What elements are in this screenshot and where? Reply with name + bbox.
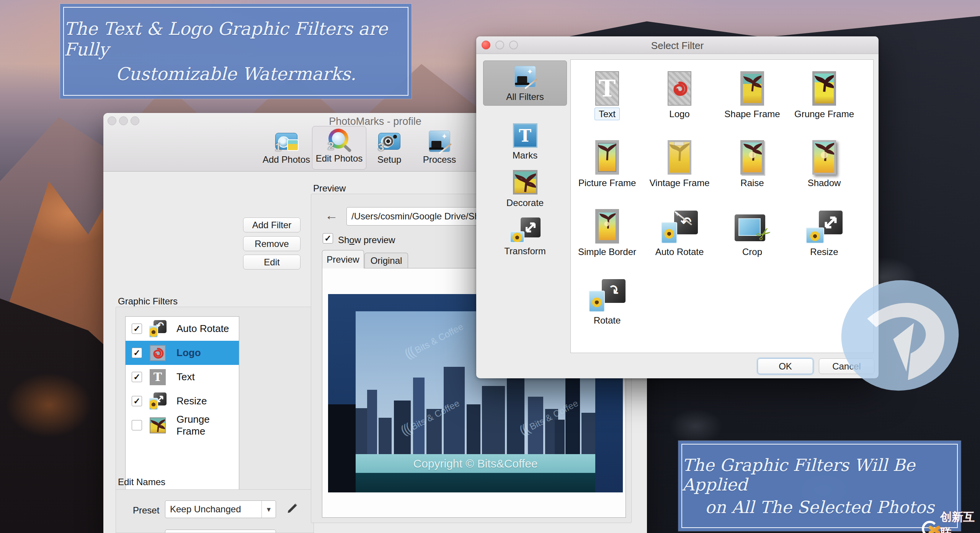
filter-cell-text[interactable]: T Text [573,66,642,123]
filter-cell-picture-frame[interactable]: Picture Frame [573,135,642,192]
filter-cell-shape-frame[interactable]: Shape Frame [718,66,787,123]
edit-names-label: Edit Names [118,477,165,487]
desktop: The Text & Logo Graphic Filters are Full… [0,0,980,533]
caption-line: on All The Selected Photos [705,497,934,517]
checkbox-checked[interactable]: ✓ [132,324,142,334]
toolbar-edit-photos[interactable]: 2 Edit Photos [312,126,366,170]
picture-frame-icon [573,135,642,175]
back-arrow-button[interactable]: ← [325,208,338,223]
grunge-frame-icon [149,417,167,434]
checkbox-unchecked[interactable] [132,420,142,430]
toolbar-process[interactable]: ✦ Process [413,128,466,165]
sidebar-item-transform[interactable]: Transform [483,217,567,257]
checkbox-checked[interactable]: ✓ [132,348,142,358]
remove-button[interactable]: Remove [243,236,301,251]
caption-line: The Graphic Filters Will Be Applied [682,455,957,494]
filter-row-auto-rotate[interactable]: ✓ Auto Rotate [126,317,239,341]
checkbox-checked[interactable]: ✓ [132,372,142,382]
toolbar-setup[interactable]: 3 Setup [363,128,416,165]
resize-filter-icon [790,204,859,244]
logo-icon [149,344,167,362]
site-watermark: 创新互联 CHUANG XIN HU LIAN [922,509,980,533]
vintage-frame-icon [645,135,714,175]
all-filters-icon: ✦ [513,64,538,89]
filter-row-text[interactable]: ✓ T Text [126,365,239,389]
setup-icon: 3 [377,129,402,154]
filter-cell-resize[interactable]: Resize [790,204,859,261]
filter-grid: T Text Logo Shape Frame [570,59,874,353]
sidebar-item-all-filters[interactable]: ✦ All Filters [483,60,567,106]
watermark: (((Bits & Coffee [402,318,466,361]
checkbox-checked[interactable]: ✓ [132,396,142,406]
crop-icon [718,204,787,244]
filter-cell-logo[interactable]: Logo [645,66,714,123]
filter-cell-grunge-frame[interactable]: Grunge Frame [790,66,859,123]
transform-icon [510,217,541,243]
sidebar-item-decorate[interactable]: Decorate [483,170,567,208]
filter-cell-simple-border[interactable]: Simple Border [573,204,642,261]
tab-preview[interactable]: Preview [322,250,364,268]
graphic-filters-label: Graphic Filters [118,296,178,307]
add-filter-button[interactable]: Add Filter [243,217,301,232]
text-filter-icon: T [573,66,642,106]
show-preview-label: Show preview [338,235,395,245]
resize-icon [149,392,167,410]
filter-cell-vintage-frame[interactable]: Vintage Frame [645,135,714,192]
filter-cell-rotate[interactable]: Rotate [573,272,642,330]
text-icon: T [149,368,167,386]
preview-label: Preview [313,183,346,194]
filter-cell-crop[interactable]: Crop [718,204,787,261]
show-preview-checkbox[interactable]: ✓ [323,233,333,244]
preset-label: Preset [133,505,159,516]
cx-logo-icon [922,520,936,533]
edit-button[interactable]: Edit [243,255,301,270]
caption-line: Customizable Watermarks. [116,64,356,84]
toolbar-add-photos[interactable]: 1 Add Photos [260,128,313,165]
decorate-icon [513,170,537,195]
photomarks-logo-watermark [825,264,975,407]
dropdown-arrow-icon: ▾ [261,501,276,518]
ok-button[interactable]: OK [758,358,813,374]
filter-cell-raise[interactable]: Raise [718,135,787,192]
marks-icon: T [513,123,537,148]
rotate-icon [573,272,642,312]
auto-rotate-icon [149,320,167,338]
filter-row-resize[interactable]: ✓ Resize [126,389,239,413]
partial-field[interactable] [165,530,276,533]
edit-photos-icon: 2 [327,128,351,152]
filter-row-grunge-frame[interactable]: Grunge Frame [126,413,239,437]
grunge-frame-icon [790,66,859,106]
caption-line: The Text & Logo Graphic Filters are Full… [64,18,408,60]
sidebar-item-marks[interactable]: T Marks [483,123,567,161]
select-filter-dialog: Select Filter ✦ All Filters T Marks Deco… [476,36,879,378]
auto-rotate-filter-icon: ✦ ✧ [645,204,714,244]
simple-border-icon [573,204,642,244]
add-photos-icon: 1 [274,129,299,154]
logo-filter-icon [645,66,714,106]
dialog-titlebar: Select Filter [476,36,879,54]
pencil-icon[interactable] [285,501,299,517]
caption-banner-top: The Text & Logo Graphic Filters are Full… [60,4,412,99]
raise-icon [718,135,787,175]
edit-names-box: Preset Keep Unchanged ▾ [116,489,314,533]
filter-cell-auto-rotate[interactable]: ✦ ✧ Auto Rotate [645,204,714,261]
filter-row-logo[interactable]: ✓ Logo [126,341,239,365]
shadow-icon [790,135,859,175]
tab-original[interactable]: Original [364,253,408,268]
preset-dropdown[interactable]: Keep Unchanged ▾ [165,500,276,518]
shape-frame-icon [718,66,787,106]
stamp-cjk-text: 创新互联 [940,509,980,533]
caption-banner-bottom: The Graphic Filters Will Be Applied on A… [678,441,961,531]
filter-cell-shadow[interactable]: Shadow [790,135,859,192]
copyright-band: Copyright © Bits&Coffee [356,454,595,473]
process-icon: ✦ [427,129,452,154]
dialog-title: Select Filter [476,40,879,52]
